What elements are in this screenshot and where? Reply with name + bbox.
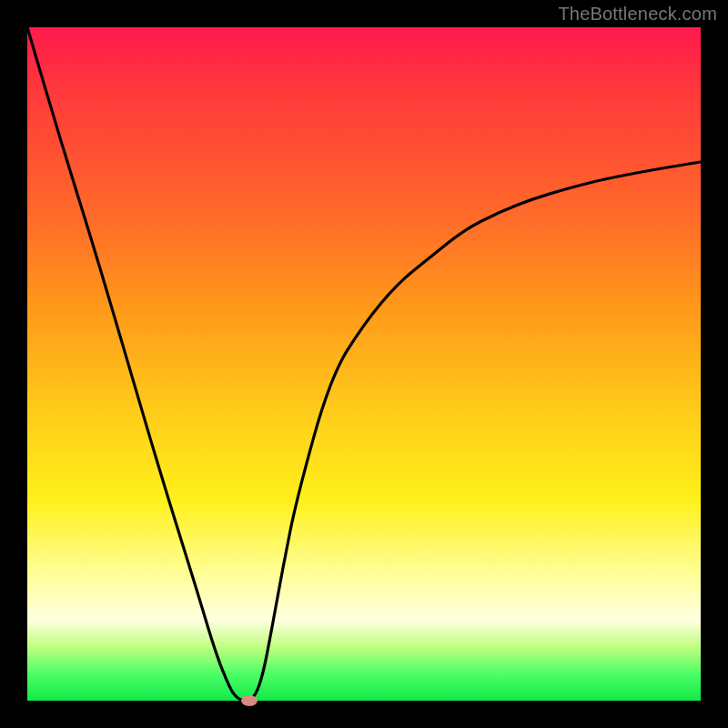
curve-svg <box>27 27 701 701</box>
watermark-text: TheBottleneck.com <box>558 4 717 25</box>
bottleneck-curve <box>27 27 701 701</box>
chart-frame: TheBottleneck.com <box>0 0 728 728</box>
plot-area <box>27 27 701 701</box>
min-marker <box>241 695 258 706</box>
